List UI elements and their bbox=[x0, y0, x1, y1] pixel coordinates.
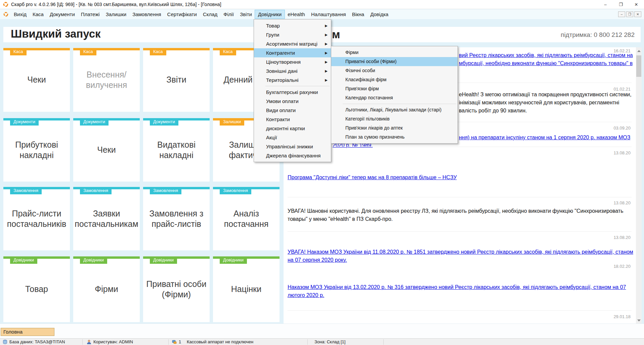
status-terminal-count: 1 bbox=[172, 339, 181, 345]
mdi-minimize-button[interactable]: – bbox=[618, 11, 625, 17]
menuitem-dzherela-finansuvannia[interactable]: Джерела фінансування bbox=[254, 151, 331, 160]
submenuitem-klasyfikatsiia-firm[interactable]: Класифікація фірм bbox=[331, 75, 458, 84]
menu-filii[interactable]: Філії bbox=[220, 10, 237, 18]
menu-platezhi[interactable]: Платежі bbox=[78, 10, 103, 18]
tile-zamovlennia-z-prais-lystiv[interactable]: Замовлення Замовлення з прайс-листів bbox=[143, 187, 210, 250]
submenuitem-fizychni-osoby[interactable]: Фізичні особи bbox=[331, 66, 458, 75]
menuitem-kontrakty[interactable]: Контракти bbox=[254, 115, 331, 124]
scrollbar-thumb[interactable] bbox=[636, 55, 641, 77]
news-link-line[interactable]: Програма "Доступні ліки" тепер має на 8 … bbox=[288, 175, 457, 181]
tile-category-badge: Довідники bbox=[220, 256, 247, 264]
tile-label: Видаткові накладні bbox=[144, 139, 208, 160]
news-link-line[interactable]: ння) на препарати інсуліну станом на 1 с… bbox=[459, 135, 630, 141]
tile-cheky-kasa[interactable]: Каса Чеки bbox=[3, 48, 70, 112]
tile-zaiavky-postachalnykam[interactable]: Замовлення Заявки постачальникам bbox=[73, 187, 140, 250]
tile-label: Чеки bbox=[5, 75, 69, 85]
tile-category-badge: Замовлення bbox=[10, 187, 42, 194]
submenuitem-firmy[interactable]: Фірми bbox=[331, 48, 458, 57]
news-link-line[interactable]: Наказом МОЗ України від 13.02.2020 р. № … bbox=[288, 284, 626, 290]
status-divider bbox=[307, 339, 308, 345]
menu-kasa[interactable]: Каса bbox=[30, 10, 47, 18]
close-button[interactable]: ✕ bbox=[629, 0, 644, 9]
submenuitem-kalendar-postachannia[interactable]: Календар постачання bbox=[331, 93, 458, 102]
mdi-close-button[interactable]: ✕ bbox=[634, 11, 641, 17]
tile-category-badge: Каса bbox=[80, 48, 96, 55]
menu-vykhid[interactable]: Вихід bbox=[11, 10, 30, 18]
tile-zvity-kasa[interactable]: Каса Звіти bbox=[143, 48, 210, 112]
news-link-line[interactable]: лютого 2020 р. bbox=[288, 292, 324, 298]
tile-firmy[interactable]: Довідники Фірми bbox=[73, 256, 140, 322]
submenuitem-pryviazky-likariv-do-aptek[interactable]: Прив'язки лікарів до аптек bbox=[331, 124, 458, 133]
tile-pryvatni-osoby[interactable]: Довідники Приватні особи (Фірми) bbox=[143, 256, 210, 322]
menu-nalashtuvannia[interactable]: Налаштування bbox=[308, 10, 349, 18]
menuitem-tsinoutvorennia[interactable]: Ціноутворення▶ bbox=[254, 57, 331, 66]
tile-cheky-dokumenty[interactable]: Документи Чеки bbox=[73, 118, 140, 182]
menu-sklad[interactable]: Склад bbox=[200, 10, 220, 18]
minimize-button[interactable]: – bbox=[598, 0, 613, 9]
news-date: 13.08.20 bbox=[613, 200, 631, 205]
submenuitem-katehorii-pilhovykiv[interactable]: Категорії пільговиків bbox=[331, 114, 458, 124]
menu-vikna[interactable]: Вікна bbox=[349, 10, 368, 18]
app-window: Скарб pro v. 4.0.2.96 [ІД: 969] - [Кв. №… bbox=[0, 0, 644, 345]
mdi-restore-button[interactable]: ❐ bbox=[626, 11, 633, 17]
tab-holovna[interactable]: Головна bbox=[1, 328, 54, 336]
submenuitem-pryvatni-osoby-firmy[interactable]: Приватні особи (Фірми) bbox=[331, 57, 458, 66]
menuitem-dyskontni-kartky[interactable]: дисконтні картки bbox=[254, 124, 331, 133]
tile-category-badge: Каса bbox=[220, 48, 236, 55]
tile-label: Замовлення з прайс-листів bbox=[144, 208, 208, 229]
tile-vydatkovi-nakladni[interactable]: Документи Видаткові накладні bbox=[143, 118, 210, 182]
submenuitem-plan-za-sumoiu-pryznachen[interactable]: План за сумою призначень bbox=[331, 133, 458, 142]
window-controls: – ❐ ✕ bbox=[598, 0, 644, 9]
menuitem-kontrahenty[interactable]: Контрагенти▶ bbox=[254, 48, 331, 57]
tile-tovar[interactable]: Довідники Товар bbox=[3, 256, 70, 322]
menu-sertyfikaty[interactable]: Сертифікати bbox=[164, 10, 200, 18]
menuitem-umovy-oplaty[interactable]: Умови оплати bbox=[254, 97, 331, 106]
menu-zamovlennia[interactable]: Замовлення bbox=[129, 10, 164, 18]
tile-label: Товар bbox=[5, 284, 69, 294]
tile-label: Прибуткові накладні bbox=[5, 139, 69, 160]
menuitem-zovnishni-dani[interactable]: Зовнішні дані▶ bbox=[254, 66, 331, 76]
menuitem-bukhhalterski-rakhunky[interactable]: Бухгалтерські рахунки bbox=[254, 88, 331, 97]
window-title: Скарб pro v. 4.0.2.96 [ІД: 969] - [Кв. №… bbox=[11, 2, 221, 7]
news-scrollbar[interactable] bbox=[636, 47, 642, 324]
menu-dokumenty[interactable]: Документи bbox=[47, 10, 78, 18]
menu-dovidnyky[interactable]: Довідники bbox=[255, 10, 285, 18]
submenuitem-pryviazky-firm[interactable]: Прив'язки фірм bbox=[331, 84, 458, 93]
database-icon bbox=[3, 340, 7, 344]
menuitem-aktsii[interactable]: Акції bbox=[254, 133, 331, 142]
scroll-up-icon[interactable] bbox=[636, 47, 642, 55]
news-link-line[interactable]: УВАГА! Наказом МОЗ України від 11.08.202… bbox=[288, 249, 633, 255]
menu-dovidka[interactable]: Довідка bbox=[367, 10, 391, 18]
tile-prais-lysty-postachalnykiv[interactable]: Замовлення Прайс-листи постачальників bbox=[3, 187, 70, 250]
kontragenty-submenu: Фірми Приватні особи (Фірми) Фізичні осо… bbox=[331, 46, 458, 144]
news-text-line: валість робіт до 90 хвилин. bbox=[459, 108, 527, 114]
menuitem-hrupy[interactable]: Групи▶ bbox=[254, 30, 331, 39]
tile-label: Приватні особи (Фірми) bbox=[144, 279, 208, 300]
menuitem-terytorialni[interactable]: Територіальні▶ bbox=[254, 76, 331, 85]
news-date: 13.08.20 bbox=[613, 235, 631, 240]
menu-ehealth[interactable]: eHealth bbox=[285, 10, 308, 18]
submenuitem-lhotnyky-likari-zaklady[interactable]: Льготники, Лікарі, Лікувальні заклади (с… bbox=[331, 105, 458, 114]
submenu-arrow-icon: ▶ bbox=[325, 76, 328, 85]
news-link-line[interactable]: мбурсації, необхідно виконати функцію "С… bbox=[459, 60, 633, 66]
tile-natsinky[interactable]: Довідники Націнки bbox=[213, 256, 280, 322]
news-text-line: товары" у меню "eHealth" в ПЗ Скарб-про. bbox=[288, 216, 393, 222]
maximize-button[interactable]: ❐ bbox=[613, 0, 629, 9]
scroll-down-icon[interactable] bbox=[636, 317, 642, 324]
menu-zvity[interactable]: Звіти bbox=[237, 10, 255, 18]
menu-zalyshky[interactable]: Залишки bbox=[103, 10, 130, 18]
tile-analiz-postachannia[interactable]: Замовлення Аналіз постачання bbox=[213, 187, 280, 250]
news-date: 18.02.20 bbox=[613, 264, 631, 269]
tile-prybutkovi-nakladni[interactable]: Документи Прибуткові накладні bbox=[3, 118, 70, 182]
menuitem-asortymentni-matrytsi[interactable]: Асортиментні матриці▶ bbox=[254, 39, 331, 48]
tile-category-badge: Каса bbox=[10, 48, 27, 55]
page-title: Швидкий запуск bbox=[11, 28, 101, 40]
tile-label: Аналіз постачання bbox=[214, 208, 278, 229]
submenu-arrow-icon: ▶ bbox=[325, 66, 328, 76]
news-link-line[interactable]: вий Реєстр лікарських засобів, які підля… bbox=[459, 52, 633, 58]
menuitem-tovar[interactable]: Товар▶ bbox=[254, 21, 331, 30]
menuitem-vydy-oplaty[interactable]: Види оплати bbox=[254, 106, 331, 115]
news-link-line[interactable]: на 07 серпня 2020 року. bbox=[288, 257, 347, 263]
menuitem-upravlinski-znyzhky[interactable]: Управлінські знижки bbox=[254, 142, 331, 151]
tile-vnesennia-vyluchennia[interactable]: Каса Внесення/вилучення bbox=[73, 48, 140, 112]
